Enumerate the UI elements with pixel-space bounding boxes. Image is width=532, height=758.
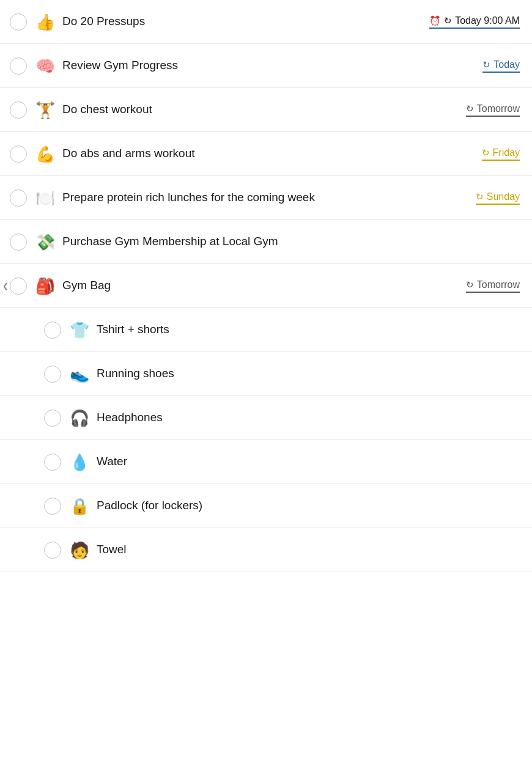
- task-checkbox[interactable]: [44, 366, 61, 383]
- recycle-icon: ↻: [482, 147, 490, 158]
- alarm-icon: ⏰: [429, 15, 441, 26]
- task-emoji: 💸: [35, 234, 55, 250]
- task-emoji: 🧠: [35, 58, 55, 74]
- task-list: 👍Do 20 Pressups⏰↻Today 9:00 AM🧠Review Gy…: [0, 0, 532, 572]
- task-date[interactable]: ↻Friday: [482, 147, 520, 161]
- task-emoji: 🧑: [70, 542, 89, 558]
- task-item: 👕Tshirt + shorts: [0, 308, 532, 352]
- task-item: 🔒Padlock (for lockers): [0, 484, 532, 528]
- task-item: 🎧Headphones: [0, 396, 532, 440]
- task-date[interactable]: ↻Tomorrow: [466, 103, 520, 117]
- task-text: Prepare protein rich lunches for the com…: [62, 190, 468, 206]
- task-checkbox[interactable]: [10, 101, 27, 119]
- task-item: 👟Running shoes: [0, 352, 532, 396]
- task-checkbox[interactable]: [44, 498, 61, 515]
- date-label: Friday: [493, 147, 520, 158]
- task-text: Running shoes: [97, 366, 520, 382]
- task-checkbox[interactable]: [10, 13, 27, 31]
- recycle-icon: ↻: [476, 191, 484, 202]
- task-item: 🍽️Prepare protein rich lunches for the c…: [0, 176, 532, 220]
- task-item: 💧Water: [0, 440, 532, 484]
- task-emoji: 💧: [70, 454, 89, 470]
- task-text: Purchase Gym Membership at Local Gym: [62, 234, 520, 250]
- task-item: 💸Purchase Gym Membership at Local Gym: [0, 220, 532, 264]
- recycle-icon: ↻: [482, 59, 490, 70]
- task-emoji: 👍: [35, 14, 55, 30]
- task-date[interactable]: ⏰↻Today 9:00 AM: [429, 15, 520, 29]
- task-item: 🏋️Do chest workout↻Tomorrow: [0, 88, 532, 132]
- task-emoji: 🎧: [70, 410, 89, 426]
- task-item: ❮🎒Gym Bag↻Tomorrow: [0, 264, 532, 308]
- recycle-icon: ↻: [466, 279, 474, 290]
- date-label: Tomorrow: [477, 279, 520, 290]
- task-item: 💪Do abs and arms workout↻Friday: [0, 132, 532, 176]
- task-text: Tshirt + shorts: [97, 322, 520, 338]
- task-emoji: 🏋️: [35, 102, 55, 118]
- date-label: Sunday: [487, 191, 520, 202]
- recycle-icon: ↻: [444, 15, 452, 26]
- task-emoji: 🔒: [70, 498, 89, 514]
- task-text: Do chest workout: [62, 101, 459, 118]
- task-checkbox[interactable]: [10, 234, 27, 251]
- task-text: Water: [97, 454, 520, 470]
- task-checkbox[interactable]: [44, 322, 61, 339]
- task-checkbox[interactable]: [10, 190, 27, 207]
- date-label: Tomorrow: [477, 103, 520, 114]
- task-checkbox[interactable]: [44, 410, 61, 427]
- collapse-indicator[interactable]: ❮: [2, 282, 9, 290]
- recycle-icon: ↻: [466, 103, 474, 114]
- task-date[interactable]: ↻Sunday: [476, 191, 520, 205]
- task-text: Do 20 Pressups: [62, 13, 422, 30]
- task-emoji: 👟: [70, 366, 89, 382]
- task-text: Padlock (for lockers): [97, 498, 520, 514]
- task-item: 🧑Towel: [0, 528, 532, 572]
- task-checkbox[interactable]: [44, 542, 61, 559]
- date-label: Today 9:00 AM: [455, 15, 520, 26]
- task-text: Gym Bag: [62, 278, 459, 294]
- task-text: Review Gym Progress: [62, 57, 475, 74]
- task-text: Towel: [97, 542, 520, 558]
- task-date[interactable]: ↻Tomorrow: [466, 279, 520, 293]
- task-checkbox[interactable]: [10, 145, 27, 163]
- task-item: 👍Do 20 Pressups⏰↻Today 9:00 AM: [0, 0, 532, 44]
- task-text: Headphones: [97, 410, 520, 426]
- task-emoji: 👕: [70, 322, 89, 338]
- task-text: Do abs and arms workout: [62, 145, 475, 162]
- task-checkbox[interactable]: [10, 57, 27, 75]
- task-emoji: 🍽️: [35, 190, 55, 206]
- task-date[interactable]: ↻Today: [482, 59, 520, 73]
- task-emoji: 🎒: [35, 278, 55, 294]
- date-label: Today: [493, 59, 520, 70]
- task-checkbox[interactable]: [10, 278, 27, 295]
- task-emoji: 💪: [35, 146, 55, 162]
- task-item: 🧠Review Gym Progress↻Today: [0, 44, 532, 88]
- task-checkbox[interactable]: [44, 454, 61, 471]
